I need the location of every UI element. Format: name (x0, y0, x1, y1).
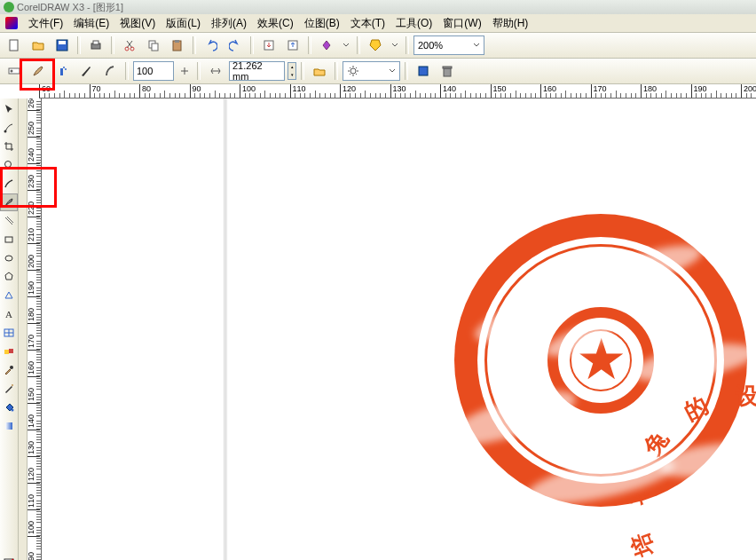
pick-tool[interactable] (0, 100, 18, 118)
width-icon[interactable] (205, 60, 226, 82)
basic-shapes-tool[interactable] (0, 287, 18, 304)
svg-rect-29 (9, 349, 13, 353)
ruler-horizontal[interactable]: 6070809010011012013014015016017018019020… (39, 84, 756, 99)
width-spinner[interactable]: ▴▾ (287, 62, 296, 80)
copy-button[interactable] (143, 35, 164, 56)
smoothing-slider-btn[interactable] (177, 60, 193, 82)
page-shadow (224, 99, 224, 560)
toolbox: A (0, 99, 19, 560)
svg-point-14 (11, 70, 13, 73)
menu-view[interactable]: 视图(V) (114, 14, 161, 33)
print-button[interactable] (85, 35, 106, 56)
redo-button[interactable] (224, 35, 246, 56)
svg-point-16 (63, 67, 65, 68)
svg-rect-21 (443, 67, 452, 68)
svg-rect-19 (419, 67, 428, 75)
svg-point-17 (65, 68, 67, 70)
artistic-media-tool[interactable] (0, 193, 18, 211)
interactive-fill-tool[interactable] (0, 417, 18, 435)
crop-tool[interactable] (0, 138, 18, 155)
shape-tool[interactable] (0, 119, 18, 137)
menu-file[interactable]: 文件(F) (23, 14, 68, 33)
save-button[interactable] (51, 35, 73, 56)
export-button[interactable] (282, 35, 303, 56)
menu-arrange[interactable]: 排列(A) (206, 14, 252, 33)
svg-rect-33 (5, 422, 12, 430)
fill-tool[interactable] (0, 398, 18, 416)
no-fill-indicator[interactable] (0, 555, 18, 560)
save-brush-button[interactable] (413, 60, 434, 82)
polygon-tool[interactable] (0, 268, 18, 286)
menu-window[interactable]: 窗口(W) (437, 14, 486, 33)
svg-point-32 (12, 409, 14, 412)
calligraphic-icon[interactable] (75, 60, 97, 82)
app-launcher-button[interactable] (316, 35, 337, 56)
svg-point-22 (4, 130, 7, 133)
toolbox-flyout-strip (19, 99, 28, 560)
brush-stroke-select[interactable] (343, 61, 400, 81)
outline-tool[interactable] (0, 380, 18, 398)
svg-text:A: A (5, 309, 12, 319)
sun-brush-icon (347, 65, 359, 77)
menubar: 文件(F) 编辑(E) 视图(V) 版面(L) 排列(A) 效果(C) 位图(B… (0, 14, 756, 33)
zoom-tool[interactable] (0, 156, 18, 174)
delete-brush-button[interactable] (437, 60, 458, 82)
canvas[interactable]: ★ 培培兔的设计小天地 (42, 99, 756, 560)
svg-rect-0 (10, 40, 18, 51)
text-tool[interactable]: A (0, 305, 18, 323)
eyedropper-tool[interactable] (0, 361, 18, 379)
svg-rect-10 (175, 40, 179, 43)
stamp-graphic: ★ 培培兔的设计小天地 (454, 214, 747, 507)
table-tool[interactable] (0, 324, 18, 342)
menu-help[interactable]: 帮助(H) (487, 14, 534, 33)
zoom-select[interactable]: 200% (413, 35, 484, 55)
property-toolbar: 100 21.262 mm ▴▾ (0, 59, 756, 84)
svg-rect-4 (93, 41, 98, 44)
rectangle-tool[interactable] (0, 231, 18, 248)
menu-tools[interactable]: 工具(O) (390, 14, 437, 33)
smoothing-input[interactable]: 100 (133, 61, 174, 81)
work-area: A 26025024023022021020019018017016015014… (0, 99, 756, 560)
svg-point-23 (5, 162, 12, 168)
presets-button[interactable] (4, 60, 25, 82)
hint-button[interactable] (365, 35, 386, 56)
svg-rect-15 (60, 68, 63, 75)
svg-rect-24 (5, 237, 12, 242)
svg-rect-28 (4, 350, 9, 354)
svg-rect-20 (444, 68, 451, 76)
svg-rect-2 (59, 41, 66, 44)
menu-edit[interactable]: 编辑(E) (68, 14, 114, 33)
browse-button[interactable] (309, 60, 330, 82)
dropdown2-button[interactable] (389, 35, 401, 56)
standard-toolbar: 200% (0, 33, 756, 59)
cut-button[interactable] (119, 35, 140, 56)
svg-rect-8 (152, 43, 158, 51)
freehand-tool[interactable] (0, 175, 18, 193)
blend-tool[interactable] (0, 343, 18, 360)
menu-layout[interactable]: 版面(L) (161, 14, 206, 33)
open-button[interactable] (28, 35, 49, 56)
width-input[interactable]: 21.262 mm (229, 61, 285, 81)
svg-point-18 (350, 68, 356, 74)
paste-button[interactable] (167, 35, 188, 56)
import-button[interactable] (258, 35, 280, 56)
titlebar: CorelDRAW X3 - [图形1] (0, 0, 756, 14)
svg-point-25 (5, 256, 12, 261)
new-button[interactable] (4, 35, 25, 56)
dropdown-button[interactable] (340, 35, 352, 56)
menu-effects[interactable]: 效果(C) (252, 14, 299, 33)
app-icon[interactable] (5, 17, 18, 29)
brush-tool-icon[interactable] (28, 60, 49, 82)
svg-rect-31 (12, 384, 13, 386)
svg-point-30 (10, 366, 13, 369)
menu-text[interactable]: 文本(T) (345, 14, 390, 33)
menu-bitmap[interactable]: 位图(B) (299, 14, 345, 33)
undo-button[interactable] (201, 35, 222, 56)
sprayer-tool-icon[interactable] (51, 60, 73, 82)
ellipse-tool[interactable] (0, 249, 18, 267)
pressure-icon[interactable] (99, 60, 121, 82)
app-icon-small (4, 2, 14, 12)
zoom-value: 200% (418, 40, 443, 51)
smart-drawing-tool[interactable] (0, 212, 18, 230)
ruler-vertical[interactable]: 2602502402302202102001901801701601501401… (28, 99, 42, 560)
